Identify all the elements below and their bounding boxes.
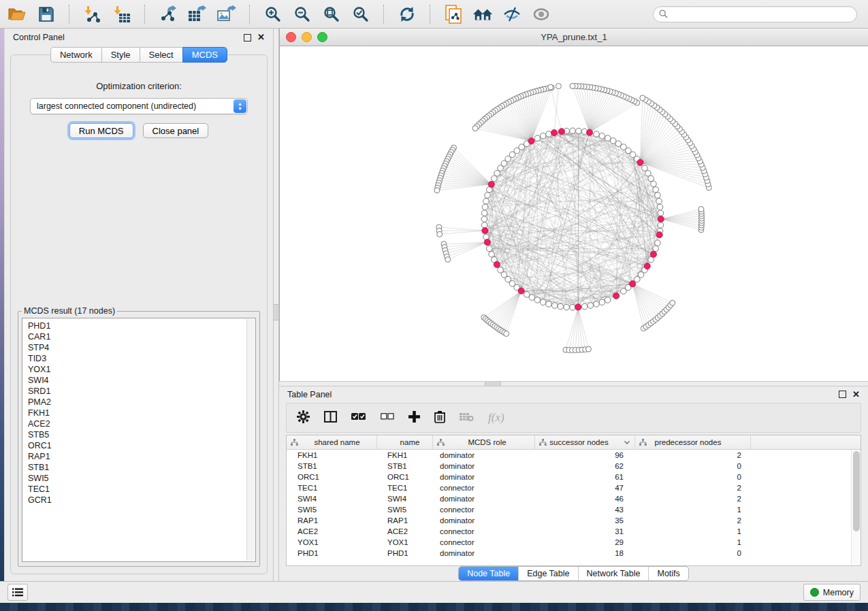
float-table-panel-icon[interactable] [839, 391, 846, 398]
import-network-icon[interactable] [82, 5, 103, 24]
vertical-splitter[interactable] [273, 29, 279, 581]
tab-network-table[interactable]: Network Table [578, 567, 649, 580]
optimization-criterion-select[interactable]: largest connected component (undirected)… [30, 98, 248, 114]
main-toolbar [0, 0, 868, 29]
list-item[interactable]: ORC1 [28, 440, 246, 451]
search-input[interactable] [668, 9, 851, 20]
list-item[interactable]: PMA2 [28, 397, 246, 408]
tab-network[interactable]: Network [50, 47, 102, 63]
table-cell: connector [433, 538, 535, 546]
list-item[interactable]: FKH1 [28, 408, 246, 418]
select-all-icon[interactable] [351, 411, 366, 425]
vertical-splitter-handle[interactable] [274, 304, 278, 320]
list-item[interactable]: SRD1 [28, 386, 246, 397]
table-row[interactable]: FKH1FKH1dominator962 [287, 450, 861, 461]
close-panel-icon[interactable]: ✕ [257, 34, 265, 41]
table-cell: 0 [635, 473, 751, 481]
float-panel-icon[interactable] [244, 34, 251, 42]
mcds-panel: Optimization criterion: largest connecte… [10, 54, 268, 574]
list-item[interactable]: SWI4 [28, 375, 246, 386]
table-row[interactable]: ORC1ORC1dominator610 [287, 472, 861, 482]
network-canvas-svg[interactable] [280, 46, 868, 381]
table-row[interactable]: STB1STB1dominator620 [287, 461, 861, 472]
refresh-layout-icon[interactable] [397, 5, 417, 24]
table-cell: ORC1 [377, 473, 433, 481]
network-view[interactable] [280, 46, 868, 381]
list-item[interactable]: TEC1 [28, 484, 246, 495]
table-cell: 31 [535, 527, 635, 535]
table-row[interactable]: SWI4SWI4dominator462 [287, 493, 861, 504]
list-item[interactable]: STB1 [28, 462, 246, 473]
table-row[interactable]: PHD1PHD1dominator180 [287, 548, 861, 559]
table-row[interactable]: RAP1RAP1dominator352 [287, 515, 861, 526]
list-item[interactable]: PHD1 [28, 320, 246, 331]
mcds-list-scrollbar[interactable] [246, 319, 255, 561]
delete-column-icon[interactable] [434, 410, 445, 426]
table-cell: 2 [635, 484, 751, 492]
horizontal-splitter[interactable] [279, 381, 868, 386]
deselect-all-icon[interactable] [381, 412, 394, 424]
list-item[interactable]: GCR1 [28, 495, 246, 506]
list-item[interactable]: ACE2 [28, 418, 246, 429]
list-item[interactable]: STP4 [28, 342, 246, 353]
table-cell: dominator [433, 495, 535, 503]
tab-node-table[interactable]: Node Table [459, 567, 518, 580]
list-item[interactable]: SWI5 [28, 473, 246, 484]
open-file-icon[interactable] [7, 5, 27, 24]
column-header-name[interactable]: name [377, 435, 433, 449]
close-panel-button[interactable]: Close panel [143, 123, 209, 138]
list-item[interactable]: CAR1 [28, 331, 246, 342]
horizontal-splitter-handle[interactable] [485, 382, 501, 386]
export-network-icon[interactable] [158, 5, 178, 24]
run-mcds-button[interactable]: Run MCDS [69, 123, 133, 138]
zoom-in-icon[interactable] [263, 5, 283, 24]
column-header-MCDS-role[interactable]: MCDS role [433, 435, 535, 449]
tab-motifs[interactable]: Motifs [648, 567, 688, 580]
zoom-fit-icon[interactable] [321, 5, 342, 24]
close-table-panel-icon[interactable]: ✕ [852, 391, 860, 398]
show-panels-icon[interactable] [531, 5, 551, 24]
show-column-icon[interactable] [324, 411, 337, 425]
node-table[interactable]: shared namenameMCDS rolesuccessor nodesp… [286, 435, 861, 566]
column-header-filler [751, 435, 861, 449]
column-header-shared-name[interactable]: shared name [287, 435, 377, 449]
table-cell: 29 [535, 538, 635, 546]
list-item[interactable]: RAP1 [28, 451, 246, 462]
import-table-icon[interactable] [112, 5, 132, 24]
tab-edge-table[interactable]: Edge Table [518, 567, 577, 580]
list-item[interactable]: STB5 [28, 429, 246, 440]
column-header-predecessor-nodes[interactable]: predecessor nodes [635, 435, 751, 449]
table-cell: dominator [433, 462, 535, 470]
table-row[interactable]: YOX1YOX1connector291 [287, 537, 861, 548]
list-item[interactable]: YOX1 [28, 364, 246, 375]
add-column-icon[interactable] [408, 411, 420, 425]
network-window-titlebar[interactable]: YPA_prune.txt_1 [280, 29, 868, 46]
tab-mcds[interactable]: MCDS [182, 47, 227, 63]
tab-select[interactable]: Select [140, 47, 183, 63]
export-image-icon[interactable] [216, 5, 237, 24]
table-row[interactable]: ACE2ACE2connector311 [287, 526, 861, 537]
table-cell: 35 [535, 516, 635, 525]
table-settings-gear-icon[interactable] [297, 410, 310, 426]
table-scrollbar[interactable] [851, 450, 861, 565]
network-from-file-icon[interactable] [443, 5, 464, 24]
zoom-out-icon[interactable] [292, 5, 312, 24]
table-row[interactable]: TEC1TEC1connector472 [287, 482, 861, 493]
function-builder-icon: f(x) [488, 411, 504, 425]
task-history-button[interactable] [7, 584, 28, 601]
tab-style[interactable]: Style [101, 47, 140, 63]
search-icon [659, 10, 668, 18]
column-header-successor-nodes[interactable]: successor nodes [535, 435, 635, 449]
table-row[interactable]: SWI5SWI5connector431 [287, 504, 861, 515]
table-scrollbar-thumb[interactable] [853, 451, 860, 531]
zoom-selected-icon[interactable] [351, 5, 371, 24]
save-session-icon[interactable] [36, 5, 57, 24]
table-cell: SWI4 [287, 495, 377, 503]
hide-panels-icon[interactable] [502, 5, 522, 24]
search-field[interactable] [653, 6, 857, 22]
list-item[interactable]: TID3 [28, 353, 246, 364]
export-table-icon[interactable] [187, 5, 208, 24]
session-home-icon[interactable] [472, 5, 493, 24]
mcds-result-list[interactable]: PHD1CAR1STP4TID3YOX1SWI4SRD1PMA2FKH1ACE2… [22, 318, 256, 562]
memory-button[interactable]: Memory [803, 584, 861, 601]
